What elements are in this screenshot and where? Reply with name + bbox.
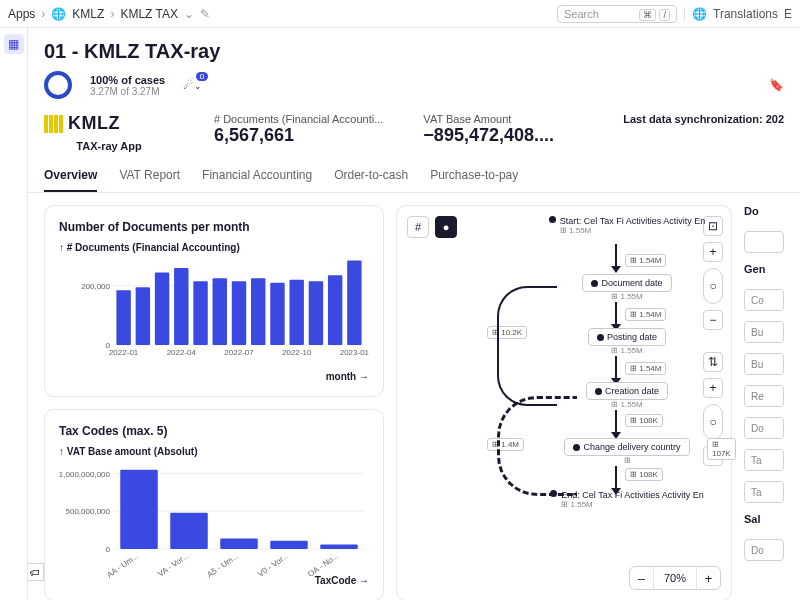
- svg-rect-11: [251, 278, 265, 345]
- tag-icon[interactable]: 🏷: [28, 563, 44, 581]
- zoom-in[interactable]: +: [703, 242, 723, 262]
- vat-value: −895,472,408....: [423, 125, 554, 146]
- filter-bu2[interactable]: Bu: [744, 353, 784, 375]
- svg-rect-32: [320, 544, 358, 549]
- svg-rect-12: [270, 283, 284, 345]
- page-title: 01 - KMLZ TAX-ray: [28, 28, 800, 71]
- chevron-right-icon: ›: [110, 7, 114, 21]
- docs-value: 6,567,661: [214, 125, 383, 146]
- chart-docs-per-month: Number of Documents per month ↑ # Docume…: [44, 205, 384, 397]
- svg-rect-10: [232, 281, 246, 345]
- pct-sub: 3.27M of 3.27M: [90, 86, 165, 97]
- svg-rect-13: [289, 280, 303, 345]
- svg-rect-9: [213, 278, 227, 345]
- tab-fin[interactable]: Financial Accounting: [202, 168, 312, 192]
- bookmark-icon[interactable]: 🔖: [769, 78, 784, 92]
- calendar-icon[interactable]: ▦: [4, 34, 24, 54]
- filter-icon[interactable]: ☄0⌄: [183, 78, 202, 92]
- svg-text:2022-07: 2022-07: [224, 348, 254, 357]
- svg-text:1,000,000,000: 1,000,000,000: [59, 470, 111, 479]
- crumb-last[interactable]: KMLZ TAX: [120, 7, 178, 21]
- scope-button[interactable]: ⇅: [703, 352, 723, 372]
- svg-text:2023-01: 2023-01: [340, 348, 370, 357]
- filter-do[interactable]: Do: [744, 417, 784, 439]
- vat-label: VAT Base Amount: [423, 113, 554, 125]
- slider-2[interactable]: ○: [703, 404, 723, 440]
- translate-icon[interactable]: 🌐: [692, 7, 707, 21]
- svg-rect-4: [116, 290, 130, 345]
- docs-label: # Documents (Financial Accounti...: [214, 113, 383, 125]
- svg-rect-29: [170, 513, 208, 549]
- svg-text:0: 0: [106, 545, 111, 554]
- filter-ta1[interactable]: Ta: [744, 449, 784, 471]
- svg-rect-14: [309, 281, 323, 345]
- svg-text:2022-10: 2022-10: [282, 348, 312, 357]
- pct-cases: 100% of cases: [90, 74, 165, 86]
- svg-rect-15: [328, 275, 342, 345]
- globe-icon: 🌐: [51, 7, 66, 21]
- tab-overview[interactable]: Overview: [44, 168, 97, 192]
- svg-rect-31: [270, 541, 308, 549]
- crumb-apps[interactable]: Apps: [8, 7, 35, 21]
- zoom-out[interactable]: −: [703, 310, 723, 330]
- logo-sub: TAX-ray App: [44, 140, 174, 152]
- dot-button[interactable]: ●: [435, 216, 457, 238]
- svg-rect-16: [347, 261, 361, 345]
- tab-otc[interactable]: Order-to-cash: [334, 168, 408, 192]
- filter-header-1: Do: [744, 205, 784, 221]
- divider: |: [683, 7, 686, 21]
- filter-re[interactable]: Re: [744, 385, 784, 407]
- extra: E: [784, 7, 792, 21]
- hash-button[interactable]: #: [407, 216, 429, 238]
- chevron-right-icon: ›: [41, 7, 45, 21]
- process-flow[interactable]: # ● ⊡ + ○ − ⇅ + ○ − – 70% + Start: Cel T…: [396, 205, 732, 600]
- tab-vat[interactable]: VAT Report: [119, 168, 180, 192]
- filter-do2[interactable]: Do: [744, 539, 784, 561]
- svg-rect-5: [136, 287, 150, 345]
- tab-ptp[interactable]: Purchase-to-pay: [430, 168, 518, 192]
- svg-rect-7: [174, 268, 188, 345]
- filter-ta2[interactable]: Ta: [744, 481, 784, 503]
- kmlz-logo: KMLZ: [44, 113, 174, 134]
- edit-icon[interactable]: ✎: [200, 7, 210, 21]
- filter-header-3: Sal: [744, 513, 784, 529]
- zoom-minus[interactable]: –: [630, 567, 654, 589]
- translations-button[interactable]: Translations: [713, 7, 778, 21]
- svg-rect-28: [120, 470, 158, 549]
- filter-box[interactable]: [744, 231, 784, 253]
- svg-rect-8: [193, 281, 207, 345]
- svg-text:2022-04: 2022-04: [167, 348, 197, 357]
- svg-text:2022-01: 2022-01: [109, 348, 139, 357]
- progress-ring: [44, 71, 72, 99]
- filter-bu1[interactable]: Bu: [744, 321, 784, 343]
- chevron-down-icon[interactable]: ⌄: [184, 7, 194, 21]
- zoom-level: 70%: [654, 572, 696, 584]
- chart-tax-codes: Tax Codes (max. 5) ↑ VAT Base amount (Ab…: [44, 409, 384, 600]
- svg-text:200,000: 200,000: [81, 282, 110, 291]
- svg-rect-6: [155, 272, 169, 345]
- crumb-mid[interactable]: KMLZ: [72, 7, 104, 21]
- search-input[interactable]: Search ⌘ /: [557, 5, 677, 23]
- zoom-plus[interactable]: +: [696, 567, 720, 589]
- filter-company[interactable]: Co: [744, 289, 784, 311]
- sync-label: Last data synchronization:: [623, 113, 762, 125]
- filter-header-2: Gen: [744, 263, 784, 279]
- svg-text:500,000,000: 500,000,000: [66, 507, 111, 516]
- sync-date: 202: [766, 113, 784, 125]
- svg-rect-30: [220, 538, 258, 549]
